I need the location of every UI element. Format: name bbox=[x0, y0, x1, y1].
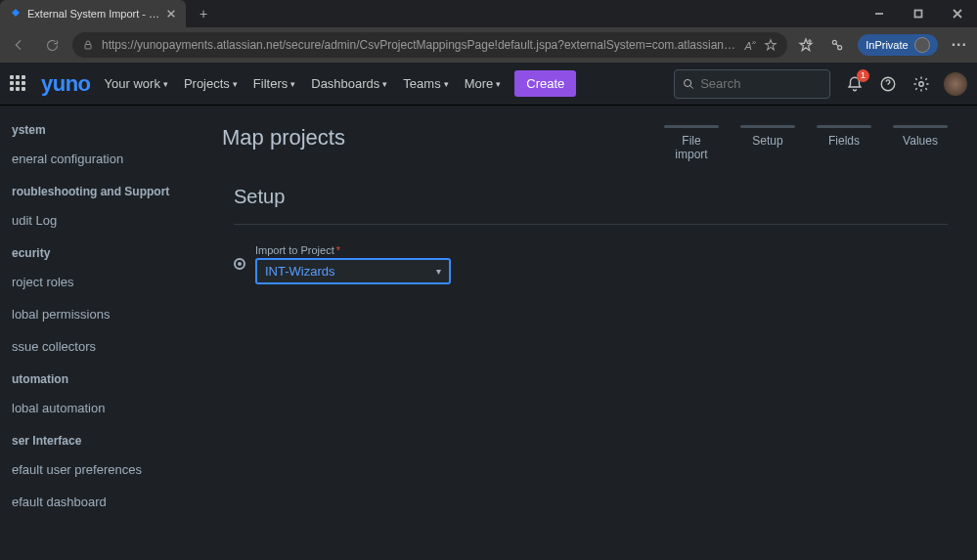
nav-teams[interactable]: Teams▾ bbox=[403, 76, 448, 91]
extensions-icon[interactable] bbox=[826, 34, 848, 56]
section-title: Setup bbox=[234, 186, 948, 208]
wizard-steps: File import Setup Fields Values bbox=[664, 125, 948, 162]
sidebar-section-automation: utomation bbox=[0, 363, 193, 392]
import-to-project-radio[interactable] bbox=[234, 258, 245, 270]
select-value: INT-Wizards bbox=[265, 264, 335, 279]
refresh-button[interactable] bbox=[39, 32, 65, 58]
window-close-button[interactable] bbox=[938, 0, 977, 27]
browser-tab[interactable]: External System Import - Jira - Yu bbox=[0, 0, 186, 27]
sidebar-section-user-interface: ser Interface bbox=[0, 424, 193, 453]
url-input[interactable]: https://yunopayments.atlassian.net/secur… bbox=[72, 32, 787, 58]
favorite-icon[interactable] bbox=[764, 38, 777, 52]
address-bar: https://yunopayments.atlassian.net/secur… bbox=[0, 27, 977, 63]
chevron-down-icon: ▾ bbox=[382, 79, 387, 89]
main-content: Map projects File import Setup Fields Va… bbox=[193, 106, 977, 560]
nav-filters[interactable]: Filters▾ bbox=[253, 76, 295, 91]
window-maximize-button[interactable] bbox=[899, 0, 938, 27]
reader-mode-icon[interactable]: A» bbox=[744, 38, 756, 52]
notifications-button[interactable]: 1 bbox=[844, 73, 866, 95]
tab-title: External System Import - Jira - Yu bbox=[27, 8, 160, 20]
step-values[interactable]: Values bbox=[893, 125, 948, 162]
svg-point-4 bbox=[685, 79, 691, 86]
step-setup[interactable]: Setup bbox=[740, 125, 795, 162]
chevron-down-icon: ▾ bbox=[496, 79, 501, 89]
lock-icon bbox=[82, 39, 94, 51]
url-text: https://yunopayments.atlassian.net/secur… bbox=[102, 38, 736, 52]
back-button[interactable] bbox=[6, 32, 31, 58]
nav-dashboards[interactable]: Dashboards▾ bbox=[311, 76, 387, 91]
nav-your-work[interactable]: Your work▾ bbox=[105, 76, 168, 91]
step-file-import[interactable]: File import bbox=[664, 125, 719, 162]
sidebar-item-global-permissions[interactable]: lobal permissions bbox=[0, 298, 193, 330]
browser-menu-button[interactable]: ··· bbox=[948, 36, 971, 54]
chevron-down-icon: ▾ bbox=[444, 79, 449, 89]
inprivate-label: InPrivate bbox=[866, 39, 908, 51]
window-minimize-button[interactable] bbox=[860, 0, 899, 27]
chevron-down-icon: ▾ bbox=[233, 79, 238, 89]
chevron-down-icon: ▾ bbox=[290, 79, 295, 89]
sidebar-section-troubleshooting: roubleshooting and Support bbox=[0, 175, 193, 204]
sidebar-section-security: ecurity bbox=[0, 237, 193, 266]
search-icon bbox=[683, 77, 694, 91]
notification-badge: 1 bbox=[857, 69, 869, 82]
sidebar-item-audit-log[interactable]: udit Log bbox=[0, 204, 193, 237]
chevron-down-icon: ▾ bbox=[436, 266, 441, 277]
sidebar-item-default-dashboard[interactable]: efault dashboard bbox=[0, 486, 193, 518]
favorites-bar-icon[interactable] bbox=[795, 34, 817, 56]
search-field[interactable] bbox=[700, 76, 822, 91]
help-button[interactable] bbox=[877, 73, 899, 95]
tab-close-icon[interactable] bbox=[166, 9, 176, 19]
jira-top-nav: yuno Your work▾ Projects▾ Filters▾ Dashb… bbox=[0, 63, 977, 106]
admin-sidebar: ystem eneral configuration roubleshootin… bbox=[0, 106, 193, 560]
user-avatar[interactable] bbox=[944, 72, 967, 96]
sidebar-section-system: ystem bbox=[0, 113, 193, 143]
profile-avatar-icon bbox=[914, 37, 930, 53]
nav-more[interactable]: More▾ bbox=[465, 76, 502, 91]
site-logo[interactable]: yuno bbox=[41, 71, 91, 97]
inprivate-badge[interactable]: InPrivate bbox=[858, 34, 937, 56]
settings-button[interactable] bbox=[910, 73, 932, 95]
sidebar-item-issue-collectors[interactable]: ssue collectors bbox=[0, 330, 193, 363]
create-button[interactable]: Create bbox=[514, 70, 576, 97]
svg-rect-1 bbox=[85, 45, 91, 50]
chevron-down-icon: ▾ bbox=[163, 79, 168, 89]
step-fields[interactable]: Fields bbox=[817, 125, 871, 162]
sidebar-item-general-config[interactable]: eneral configuration bbox=[0, 143, 193, 175]
sidebar-item-project-roles[interactable]: roject roles bbox=[0, 266, 193, 298]
import-to-project-label: Import to Project* bbox=[255, 244, 451, 256]
browser-tab-bar: External System Import - Jira - Yu + bbox=[0, 0, 977, 27]
svg-rect-0 bbox=[915, 11, 922, 18]
app-switcher-icon[interactable] bbox=[10, 75, 27, 93]
sidebar-item-global-automation[interactable]: lobal automation bbox=[0, 392, 193, 424]
page-title: Map projects bbox=[222, 125, 345, 151]
nav-projects[interactable]: Projects▾ bbox=[184, 76, 238, 91]
import-to-project-select[interactable]: INT-Wizards ▾ bbox=[255, 258, 451, 284]
divider bbox=[234, 224, 948, 225]
svg-point-6 bbox=[919, 81, 924, 86]
jira-favicon-icon bbox=[10, 8, 22, 20]
sidebar-item-default-user-prefs[interactable]: efault user preferences bbox=[0, 453, 193, 486]
search-input[interactable] bbox=[674, 69, 830, 99]
new-tab-button[interactable]: + bbox=[194, 4, 213, 23]
